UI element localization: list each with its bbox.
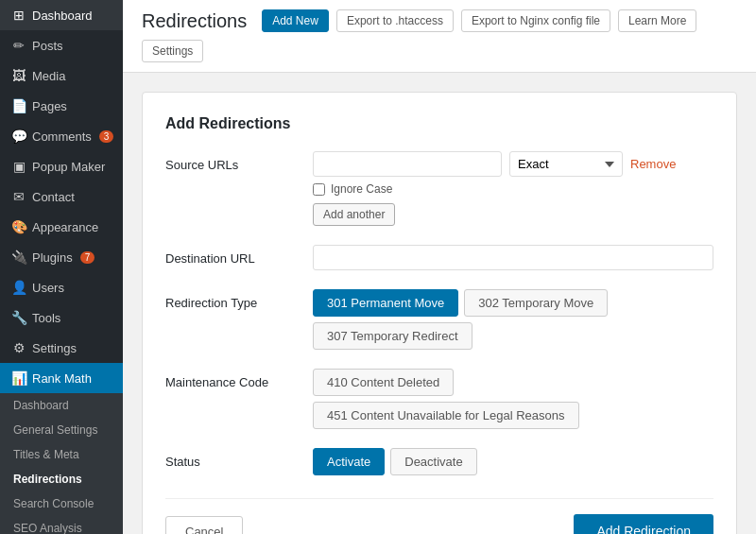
dashboard-icon: ⊞ bbox=[11, 8, 26, 23]
sidebar-item-tools[interactable]: 🔧 Tools bbox=[0, 302, 123, 333]
ignore-case-label: Ignore Case bbox=[331, 182, 392, 196]
comments-icon: 💬 bbox=[11, 129, 26, 144]
sidebar-item-dashboard[interactable]: ⊞ Dashboard bbox=[0, 0, 123, 30]
submenu-item-general-settings[interactable]: General Settings bbox=[0, 418, 123, 442]
maintenance-code-row: Maintenance Code 410 Content Deleted 451… bbox=[165, 369, 713, 429]
tools-icon: 🔧 bbox=[11, 310, 26, 325]
popup-icon: ▣ bbox=[11, 159, 26, 174]
sidebar-item-pages[interactable]: 📄 Pages bbox=[0, 91, 123, 121]
source-url-input-row: Exact Regex Remove bbox=[313, 151, 713, 177]
sidebar-item-posts[interactable]: ✏ Posts bbox=[0, 30, 123, 60]
add-redirections-card: Add Redirections Source URLs Exact Regex… bbox=[142, 92, 737, 534]
sidebar: ⊞ Dashboard ✏ Posts 🖼 Media 📄 Pages 💬 Co… bbox=[0, 0, 123, 534]
maintenance-buttons-group: 410 Content Deleted 451 Content Unavaila… bbox=[313, 369, 713, 429]
type-302-button[interactable]: 302 Temporary Move bbox=[464, 289, 608, 317]
submenu-item-search-console[interactable]: Search Console bbox=[0, 491, 123, 516]
status-control: Activate Deactivate bbox=[313, 448, 713, 475]
type-301-button[interactable]: 301 Permanent Move bbox=[313, 289, 458, 317]
add-another-button[interactable]: Add another bbox=[313, 203, 395, 226]
maintenance-410-button[interactable]: 410 Content Deleted bbox=[313, 369, 454, 396]
redirection-type-control: 301 Permanent Move 302 Temporary Move 30… bbox=[313, 289, 713, 350]
sidebar-item-comments[interactable]: 💬 Comments 3 bbox=[0, 121, 123, 151]
status-buttons-group: Activate Deactivate bbox=[313, 448, 713, 475]
settings-icon: ⚙ bbox=[11, 340, 26, 355]
sidebar-item-media[interactable]: 🖼 Media bbox=[0, 60, 123, 91]
rank-math-icon: 📊 bbox=[11, 370, 26, 386]
rank-math-submenu: Dashboard General Settings Titles & Meta… bbox=[0, 393, 123, 534]
deactivate-button[interactable]: Deactivate bbox=[390, 448, 476, 475]
add-new-button[interactable]: Add New bbox=[262, 9, 329, 32]
maintenance-code-control: 410 Content Deleted 451 Content Unavaila… bbox=[313, 369, 713, 429]
export-nginx-button[interactable]: Export to Nginx config file bbox=[461, 9, 610, 32]
ignore-case-row: Ignore Case bbox=[313, 182, 713, 196]
sidebar-item-appearance[interactable]: 🎨 Appearance bbox=[0, 212, 123, 242]
destination-url-control bbox=[313, 245, 713, 270]
type-307-button[interactable]: 307 Temporary Redirect bbox=[313, 322, 472, 350]
submenu-item-dashboard[interactable]: Dashboard bbox=[0, 393, 123, 418]
submenu-item-seo-analysis[interactable]: SEO Analysis bbox=[0, 516, 123, 534]
posts-icon: ✏ bbox=[11, 38, 26, 53]
type-buttons-group: 301 Permanent Move 302 Temporary Move 30… bbox=[313, 289, 713, 350]
redirection-type-row: Redirection Type 301 Permanent Move 302 … bbox=[165, 289, 713, 350]
activate-button[interactable]: Activate bbox=[313, 448, 385, 475]
maintenance-code-label: Maintenance Code bbox=[165, 369, 298, 389]
destination-url-input[interactable] bbox=[313, 245, 713, 270]
status-label: Status bbox=[165, 448, 298, 469]
add-redirection-button[interactable]: Add Redirection bbox=[574, 514, 713, 534]
maintenance-451-button[interactable]: 451 Content Unavailable for Legal Reason… bbox=[313, 402, 579, 429]
comments-badge: 3 bbox=[99, 130, 114, 143]
destination-url-label: Destination URL bbox=[165, 245, 298, 266]
sidebar-item-settings[interactable]: ⚙ Settings bbox=[0, 333, 123, 363]
sidebar-item-popup-maker[interactable]: ▣ Popup Maker bbox=[0, 151, 123, 181]
form-footer: Cancel Add Redirection bbox=[165, 498, 713, 534]
source-urls-row: Source URLs Exact Regex Remove Ignore Ca… bbox=[165, 151, 713, 226]
cancel-button[interactable]: Cancel bbox=[165, 516, 243, 535]
learn-more-button[interactable]: Learn More bbox=[618, 9, 696, 32]
plugins-badge: 7 bbox=[80, 251, 95, 264]
page-content: Add Redirections Source URLs Exact Regex… bbox=[123, 73, 756, 534]
settings-button[interactable]: Settings bbox=[142, 40, 203, 62]
sidebar-item-users[interactable]: 👤 Users bbox=[0, 272, 123, 302]
remove-link[interactable]: Remove bbox=[630, 157, 676, 171]
contact-icon: ✉ bbox=[11, 189, 26, 204]
match-type-select[interactable]: Exact Regex bbox=[509, 151, 623, 177]
card-title: Add Redirections bbox=[165, 115, 713, 132]
status-row: Status Activate Deactivate bbox=[165, 448, 713, 475]
main-content: Redirections Add New Export to .htaccess… bbox=[123, 0, 756, 534]
page-title: Redirections bbox=[142, 10, 247, 32]
pages-icon: 📄 bbox=[11, 98, 26, 113]
users-icon: 👤 bbox=[11, 280, 26, 295]
sidebar-item-rank-math[interactable]: 📊 Rank Math bbox=[0, 363, 123, 393]
sidebar-item-plugins[interactable]: 🔌 Plugins 7 bbox=[0, 242, 123, 272]
sidebar-item-contact[interactable]: ✉ Contact bbox=[0, 181, 123, 212]
submenu-item-redirections[interactable]: Redirections bbox=[0, 467, 123, 491]
appearance-icon: 🎨 bbox=[11, 219, 26, 234]
source-url-input[interactable] bbox=[313, 151, 502, 177]
submenu-item-titles-meta[interactable]: Titles & Meta bbox=[0, 442, 123, 467]
export-htaccess-button[interactable]: Export to .htaccess bbox=[336, 9, 454, 32]
source-urls-label: Source URLs bbox=[165, 151, 298, 172]
redirection-type-label: Redirection Type bbox=[165, 289, 298, 310]
destination-url-row: Destination URL bbox=[165, 245, 713, 270]
source-urls-control: Exact Regex Remove Ignore Case Add anoth… bbox=[313, 151, 713, 226]
media-icon: 🖼 bbox=[11, 68, 26, 83]
ignore-case-checkbox[interactable] bbox=[313, 183, 325, 196]
page-header: Redirections Add New Export to .htaccess… bbox=[123, 0, 756, 73]
plugins-icon: 🔌 bbox=[11, 250, 26, 265]
